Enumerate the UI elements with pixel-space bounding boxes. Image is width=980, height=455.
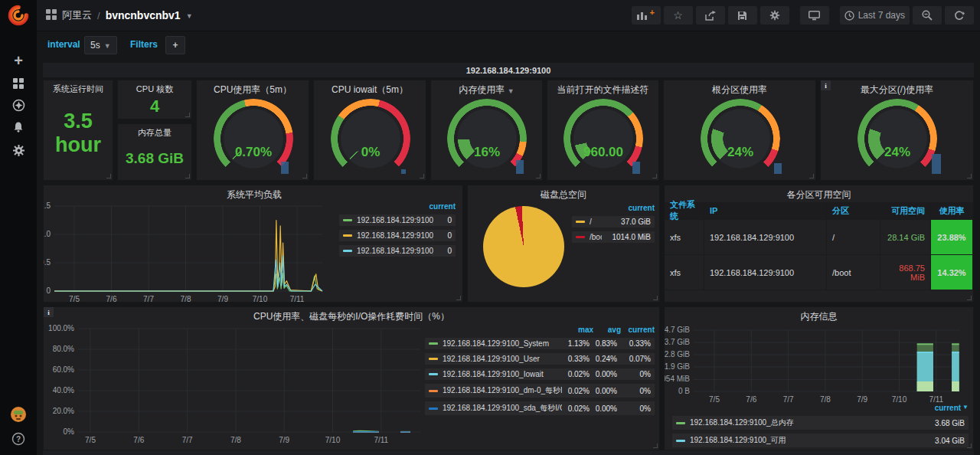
- row-header[interactable]: 192.168.184.129:9100: [43, 63, 974, 77]
- series-label[interactable]: 192.168.184.129:9100_dm-0_每秒I/O操作%: [443, 385, 562, 396]
- legend-item[interactable]: 192.168.184.129:9100_Iowait0.02%0.00%0%: [425, 368, 655, 380]
- share-dashboard-button[interactable]: [696, 6, 725, 25]
- svg-text:2.8 GiB: 2.8 GiB: [665, 350, 690, 358]
- refresh-button[interactable]: [945, 6, 974, 25]
- series-label[interactable]: 192.168.184.129:9100_15m: [357, 247, 433, 255]
- series-label[interactable]: 192.168.184.129:9100_1m: [357, 216, 433, 224]
- svg-text:1.5: 1.5: [44, 201, 51, 210]
- svg-text:7/11: 7/11: [290, 295, 305, 303]
- gauge-sparkline-bar: [632, 162, 640, 174]
- star-dashboard-button[interactable]: ☆: [664, 6, 693, 25]
- breadcrumb-folder[interactable]: 阿里云: [62, 8, 92, 22]
- zoom-out-time-button[interactable]: [913, 6, 942, 25]
- svg-text:7/9: 7/9: [857, 395, 867, 404]
- dashboard-grid-icon: [46, 9, 57, 22]
- legend-item[interactable]: 192.168.184.129:9100_可用3.04 GiB: [672, 434, 969, 447]
- monitor-icon: [808, 11, 820, 21]
- dashboards-icon[interactable]: [0, 77, 37, 90]
- user-avatar[interactable]: [0, 406, 37, 423]
- column-header[interactable]: 可用空间: [880, 202, 931, 219]
- panel-title[interactable]: 最大分区(/)使用率: [821, 83, 973, 97]
- panel-menu-caret-icon[interactable]: ▼: [508, 87, 514, 95]
- panel-title[interactable]: 根分区使用率: [664, 83, 815, 97]
- add-panel-button[interactable]: +: [632, 6, 661, 25]
- svg-text:7/7: 7/7: [182, 436, 193, 444]
- save-icon: [737, 11, 747, 21]
- legend-item[interactable]: /boot1014.0 MiB: [572, 231, 655, 243]
- legend-item[interactable]: 192.168.184.129:9100_总内存3.68 GiB: [672, 416, 969, 430]
- legend-header[interactable]: current▼: [672, 404, 969, 412]
- legend-item[interactable]: 192.168.184.129:9100_5m0: [339, 230, 456, 241]
- panel-title[interactable]: 磁盘总空间: [468, 188, 659, 201]
- series-value: 0.83%: [590, 339, 617, 348]
- panel-title[interactable]: 各分区可用空间: [665, 188, 973, 201]
- legend-item[interactable]: 192.168.184.129:9100_User0.33%0.24%0.07%: [425, 353, 655, 365]
- legend-item[interactable]: 192.168.184.129:9100_System1.13%0.83%0.3…: [425, 338, 655, 349]
- series-label[interactable]: /: [590, 218, 602, 226]
- panel-title[interactable]: CPU 核数: [118, 83, 191, 95]
- panel-title[interactable]: 系统运行时间: [44, 83, 113, 95]
- legend-item[interactable]: 192.168.184.129:9100_sda_每秒I/O操作%0.02%0.…: [425, 401, 655, 415]
- gauge-sparkline-bar: [774, 163, 782, 174]
- gauge-value: 0.70%: [214, 145, 293, 160]
- cycle-view-mode-button[interactable]: [800, 6, 829, 25]
- svg-text:7/8: 7/8: [181, 295, 191, 303]
- add-filter-button[interactable]: +: [165, 36, 185, 54]
- table-cell: 192.168.184.129:9100: [704, 220, 827, 254]
- svg-text:20.0%: 20.0%: [53, 407, 74, 415]
- grafana-logo-icon[interactable]: [0, 5, 37, 26]
- svg-text:7/10: 7/10: [892, 395, 907, 404]
- create-plus-icon[interactable]: +: [0, 54, 37, 67]
- series-label[interactable]: 192.168.184.129:9100_User: [443, 355, 562, 363]
- legend-item[interactable]: 192.168.184.129:9100_dm-0_每秒I/O操作%0.02%0…: [425, 384, 655, 398]
- explore-compass-icon[interactable]: [0, 99, 37, 112]
- alerting-bell-icon[interactable]: [0, 121, 37, 133]
- help-icon[interactable]: ?: [0, 432, 37, 446]
- column-header[interactable]: IP: [704, 202, 827, 219]
- series-value: 0: [433, 247, 452, 255]
- panel-cpu-io-graph: i CPU使用率、磁盘每秒的I/O操作耗费时间（%） 100.0%80.0%60…: [43, 306, 660, 450]
- svg-text:7/6: 7/6: [133, 436, 144, 444]
- table-cell: xfs: [665, 220, 704, 254]
- breadcrumb-dashboard-title[interactable]: bvncnbvcnbv1: [106, 9, 181, 21]
- legend-item[interactable]: 192.168.184.129:9100_1m0: [339, 214, 456, 226]
- series-label[interactable]: 192.168.184.129:9100_总内存: [690, 417, 923, 428]
- save-dashboard-button[interactable]: [728, 6, 757, 25]
- panel-title[interactable]: CPU使用率（5m）: [197, 83, 309, 97]
- legend-header[interactable]: current: [339, 202, 456, 211]
- series-value: 0.00%: [590, 370, 617, 378]
- table-cell: xfs: [665, 255, 704, 290]
- series-label[interactable]: 192.168.184.129:9100_sda_每秒I/O操作%: [443, 403, 562, 414]
- series-label[interactable]: 192.168.184.129:9100_可用: [690, 435, 923, 446]
- legend-header[interactable]: maxavgcurrent: [425, 326, 655, 334]
- series-label[interactable]: /boot: [590, 233, 602, 241]
- chevron-down-icon[interactable]: ▼: [186, 12, 193, 20]
- column-header[interactable]: 使用率: [931, 202, 973, 219]
- column-header[interactable]: 文件系统: [665, 202, 704, 219]
- time-range-label: Last 7 days: [858, 10, 905, 21]
- column-header[interactable]: 分区: [827, 202, 880, 219]
- svg-text:7/8: 7/8: [230, 436, 241, 444]
- time-range-picker[interactable]: Last 7 days: [840, 6, 910, 25]
- panel-title[interactable]: CPU iowait（5m）: [314, 83, 426, 97]
- legend-item[interactable]: /37.0 GiB: [572, 216, 655, 228]
- dashboard-settings-button[interactable]: [760, 6, 789, 25]
- configuration-gear-icon[interactable]: [0, 144, 37, 157]
- panel-title[interactable]: 内存使用率 ▼: [431, 83, 542, 97]
- panel-title[interactable]: 当前打开的文件描述符: [547, 83, 658, 97]
- svg-text:7/7: 7/7: [143, 295, 154, 303]
- series-label[interactable]: 192.168.184.129:9100_Iowait: [443, 370, 562, 378]
- series-value: 37.0 GiB: [602, 218, 651, 226]
- svg-text:7/6: 7/6: [746, 395, 756, 404]
- svg-text:100.0%: 100.0%: [48, 324, 74, 332]
- next-row-header[interactable]: [43, 450, 974, 455]
- table-cell: 192.168.184.129:9100: [704, 255, 827, 290]
- series-value: 3.68 GiB: [923, 419, 965, 427]
- series-label[interactable]: 192.168.184.129:9100_System: [443, 339, 562, 348]
- breadcrumb[interactable]: 阿里云 / bvncnbvcnbv1 ▼: [46, 7, 193, 24]
- panel-title[interactable]: 内存总量: [118, 127, 191, 139]
- legend-item[interactable]: 192.168.184.129:9100_15m0: [339, 245, 456, 257]
- legend-header[interactable]: current: [572, 204, 655, 212]
- series-label[interactable]: 192.168.184.129:9100_5m: [357, 231, 433, 240]
- interval-select[interactable]: 5s ▼: [84, 36, 117, 54]
